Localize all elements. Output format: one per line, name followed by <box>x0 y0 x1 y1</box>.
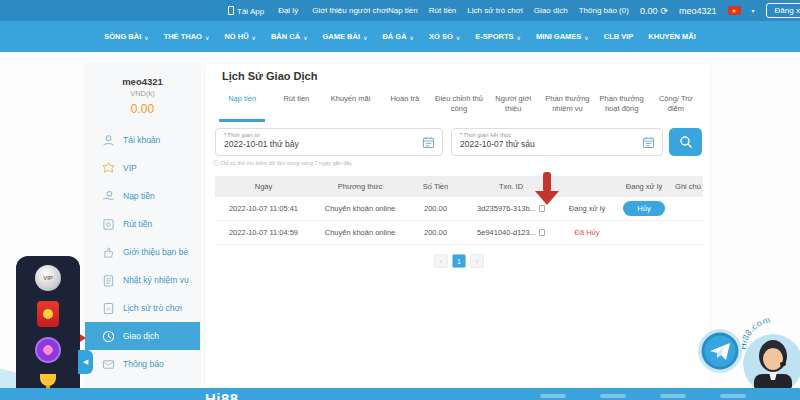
page-title: Lịch Sử Giao Dịch <box>222 70 317 82</box>
nav-song-bai[interactable]: SÒNG BÀI∨ <box>104 32 149 41</box>
tab-nap-tien[interactable]: Nạp tiền <box>215 90 269 122</box>
referral-icon <box>102 246 115 259</box>
telegram-icon[interactable] <box>697 328 743 374</box>
widget-collapse-button[interactable]: ◀ <box>78 350 93 374</box>
copy-icon[interactable] <box>539 229 545 236</box>
col-dang-xu-ly: Đang xử lý <box>615 182 673 191</box>
sidebar-item-tai-khoan[interactable]: Tài khoản <box>85 126 200 154</box>
cell-amount: 200.00 <box>408 204 463 213</box>
search-icon <box>679 135 693 149</box>
main-nav: SÒNG BÀI∨ THỂ THAO∨ NỔ HŨ∨ BẮN CÁ∨ GAME … <box>0 21 800 52</box>
date-from-value: 2022-10-01 thứ bảy <box>224 139 434 149</box>
sidebar-item-nap-tien[interactable]: Nạp tiền <box>85 182 200 210</box>
tab-phan-thuong-nhiem-vu[interactable]: Phần thưởng nhiệm vụ <box>540 90 594 122</box>
topbar-nap-tien[interactable]: Nạp tiền <box>388 6 418 15</box>
cell-txn-id: 5e941040-d123... <box>477 228 536 237</box>
nav-clb-vip[interactable]: CLB VIP <box>604 32 634 41</box>
tab-rut-tien[interactable]: Rút tiền <box>269 90 323 122</box>
date-range-note: ⓘ Chỉ có thể tìm kiếm dữ liệu trong vòng… <box>213 160 352 167</box>
deposit-icon <box>102 190 115 203</box>
vip-badge-icon <box>102 162 115 175</box>
nav-esports[interactable]: E-SPORTS∨ <box>475 32 521 41</box>
tab-nguoi-gioi-thieu[interactable]: Người giới thiệu <box>486 90 540 122</box>
topbar-thong-bao[interactable]: Thông báo (0) <box>579 6 629 15</box>
sidebar-balance: 0.00 <box>85 102 200 116</box>
page: Tải App Đại lý Giới thiệu người chơi Nạp… <box>0 0 800 400</box>
chevron-down-icon: ∨ <box>517 34 521 41</box>
topbar-dai-ly[interactable]: Đại lý <box>278 6 298 15</box>
logout-button[interactable]: Đăng xuất <box>766 3 800 18</box>
cell-status: Đã Hủy <box>559 228 615 237</box>
nav-da-ga[interactable]: ĐÁ GÀ∨ <box>382 32 414 41</box>
sidebar-item-lich-su-tro-choi[interactable]: Lịch sử trò chơi <box>85 294 200 322</box>
sidebar-item-nhat-ky-nhiem-vu[interactable]: Nhật ký nhiệm vụ <box>85 266 200 294</box>
sidebar-item-giao-dich[interactable]: Giao dịch <box>85 322 200 350</box>
chevron-down-icon: ∨ <box>252 34 256 41</box>
chevron-down-icon: ∨ <box>456 34 460 41</box>
col-phuong-thuc: Phương thức <box>312 182 408 191</box>
balance-value: 0.00 <box>640 6 658 16</box>
footer-link <box>600 394 626 398</box>
topbar-giao-dich[interactable]: Giao dịch <box>534 6 568 15</box>
col-so-tien: Số Tiền <box>408 182 463 191</box>
sidebar-item-gioi-thieu-ban-be[interactable]: Giới thiệu bạn bè <box>85 238 200 266</box>
copy-icon[interactable] <box>539 205 545 212</box>
user-icon <box>102 134 115 147</box>
page-1-button[interactable]: 1 <box>452 254 466 268</box>
nav-no-hu[interactable]: NỔ HŨ∨ <box>224 32 256 41</box>
chevron-down-icon: ∨ <box>584 34 588 41</box>
topbar-lich-su-tro-choi[interactable]: Lịch sử trò chơi <box>467 6 523 15</box>
date-to-input[interactable]: *Thời gian kết thúc 2022-10-07 thứ sáu <box>451 128 663 156</box>
footer-brand: Hi88 <box>205 390 239 400</box>
nav-the-thao[interactable]: THỂ THAO∨ <box>164 32 210 41</box>
lucky-wheel-icon[interactable] <box>33 336 63 365</box>
sidebar-item-thong-bao[interactable]: Thông báo <box>85 350 200 378</box>
date-from-input[interactable]: *Thời gian từ 2022-10-01 thứ bảy <box>215 128 443 156</box>
transactions-table: Ngày Phương thức Số Tiền Txn. ID Đang xử… <box>215 176 703 245</box>
pagination: ‹ 1 › <box>215 254 703 268</box>
page-next-button[interactable]: › <box>470 254 484 268</box>
tab-dieu-chinh-thu-cong[interactable]: Điều chỉnh thủ công <box>432 90 486 122</box>
footer-link <box>720 394 746 398</box>
vip-medal-icon[interactable]: VIP <box>33 264 63 293</box>
topbar-rut-tien[interactable]: Rút tiền <box>429 6 457 15</box>
chevron-down-icon: ∨ <box>205 34 209 41</box>
col-ghi-chu: Ghi chú <box>673 182 703 191</box>
red-envelope-icon[interactable] <box>33 300 63 329</box>
date-from-label: Thời gian từ <box>227 132 260 138</box>
top-bar: Tải App Đại lý Giới thiệu người chơi Nạp… <box>0 0 800 21</box>
vietnam-flag-icon[interactable]: ★ <box>728 6 741 15</box>
sidebar-item-vip[interactable]: VIP <box>85 154 200 182</box>
search-button[interactable] <box>669 128 702 156</box>
nav-khuyen-mai[interactable]: KHUYẾN MÃI <box>648 32 696 41</box>
page-prev-button[interactable]: ‹ <box>434 254 448 268</box>
language-caret-icon[interactable]: ▾ <box>752 7 755 14</box>
table-row: 2022-10-07 11:04:59 Chuyển khoản online … <box>215 221 703 245</box>
cell-method: Chuyển khoản online <box>312 228 408 237</box>
date-to-value: 2022-10-07 thứ sáu <box>460 139 654 149</box>
date-to-label: Thời gian kết thúc <box>463 132 511 138</box>
support-agent-avatar[interactable]: Hi88.com <box>742 306 800 396</box>
nav-xo-so[interactable]: XỔ SỐ∨ <box>429 32 460 41</box>
footer-link <box>540 394 566 398</box>
table-header-row: Ngày Phương thức Số Tiền Txn. ID Đang xử… <box>215 176 703 197</box>
refresh-icon[interactable]: ⟳ <box>660 6 668 16</box>
sidebar-item-rut-tien[interactable]: Rút tiền <box>85 210 200 238</box>
tab-hoan-tra[interactable]: Hoàn trả <box>378 90 432 122</box>
nav-ban-ca[interactable]: BẮN CÁ∨ <box>271 32 308 41</box>
tab-cong-tru-diem[interactable]: Cộng/ Trừ điểm <box>649 90 703 122</box>
calendar-icon[interactable] <box>642 136 655 149</box>
sidebar-currency: VND(k) <box>85 89 200 98</box>
chevron-down-icon: ∨ <box>303 34 307 41</box>
col-ngay: Ngày <box>215 182 312 191</box>
topbar-tai-app[interactable]: Tải App <box>228 6 264 16</box>
nav-mini-games[interactable]: MINI GAMES∨ <box>536 32 589 41</box>
withdraw-icon <box>102 218 115 231</box>
tab-khuyen-mai[interactable]: Khuyến mãi <box>323 90 377 122</box>
tab-phan-thuong-hoat-dong[interactable]: Phần thưởng hoạt động <box>595 90 649 122</box>
topbar-gioi-thieu[interactable]: Giới thiệu người chơi <box>312 6 388 15</box>
calendar-icon[interactable] <box>422 136 435 149</box>
cancel-button[interactable]: Hủy <box>623 201 664 216</box>
chevron-down-icon: ∨ <box>363 34 367 41</box>
nav-game-bai[interactable]: GAME BÀI∨ <box>323 32 368 41</box>
